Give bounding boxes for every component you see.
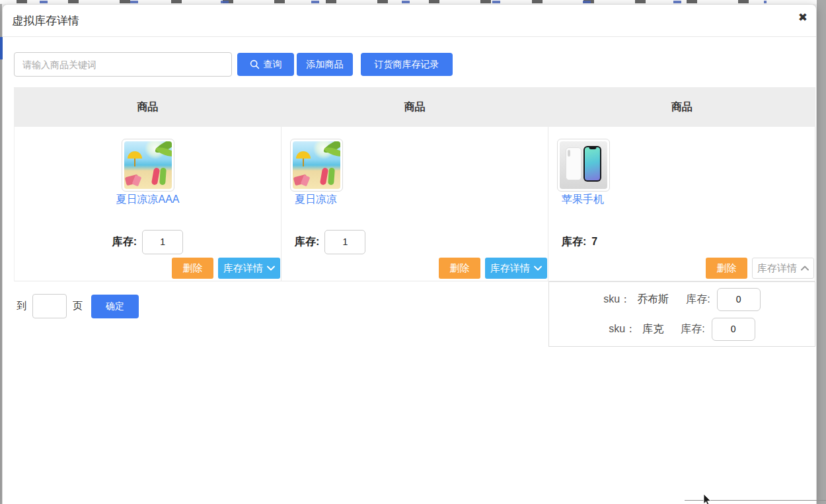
sku-row: sku： 乔布斯 库存: [603, 288, 760, 311]
stock-label: 库存: [562, 235, 586, 249]
stock-input[interactable] [324, 230, 365, 254]
search-input[interactable] [14, 52, 232, 77]
column-header-product-3: 商品 [548, 87, 815, 127]
goto-page-suffix: 页 [73, 300, 83, 312]
close-icon[interactable]: ✖ [798, 12, 807, 23]
stock-detail-button[interactable]: 库存详情 [218, 258, 280, 279]
beach-product-thumbnail [124, 141, 172, 189]
delete-button[interactable]: 删除 [706, 258, 747, 279]
stock-value: 7 [591, 236, 597, 248]
sku-stock-label: 库存: [686, 293, 710, 306]
column-header-product-2: 商品 [281, 87, 548, 127]
product-image[interactable] [557, 139, 610, 192]
virtual-stock-modal: 虚拟库存详情 ✖ 查询 添加商品 订货商库存记录 商品 商品 商品 [2, 4, 817, 504]
sku-label: sku： [609, 322, 636, 336]
page-background: 虚拟库存详情 ✖ 查询 添加商品 订货商库存记录 商品 商品 商品 [0, 0, 826, 504]
add-product-label: 添加商品 [307, 59, 344, 71]
product-name-link[interactable]: 夏日凉凉 [295, 193, 337, 207]
table-row: 夏日凉凉AAA 库存: 删除 库存详情 [14, 127, 815, 281]
chevron-down-icon [534, 266, 542, 271]
background-text-fragments [40, 1, 767, 3]
sku-row: sku： 库克 库存: [609, 318, 755, 341]
query-button-label: 查询 [264, 59, 282, 71]
card-actions: 删除 库存详情 [706, 258, 814, 279]
stock-detail-button-expanded[interactable]: 库存详情 [752, 258, 814, 279]
sku-stock-label: 库存: [681, 322, 704, 336]
goto-page-prefix: 到 [17, 300, 26, 312]
stock-detail-label: 库存详情 [490, 262, 530, 275]
query-button[interactable]: 查询 [237, 53, 294, 76]
search-icon [250, 59, 260, 69]
mouse-cursor [703, 494, 712, 504]
modal-header: 虚拟库存详情 ✖ [3, 5, 816, 37]
sku-stock-input[interactable] [712, 318, 755, 341]
page-number-input[interactable] [32, 294, 67, 318]
sku-stock-input[interactable] [717, 288, 761, 311]
product-name-link[interactable]: 苹果手机 [562, 193, 604, 207]
stock-input[interactable] [142, 230, 183, 254]
product-name-link[interactable]: 夏日凉凉AAA [15, 193, 281, 207]
table-header: 商品 商品 商品 [14, 87, 815, 127]
product-cell-2: 夏日凉凉 库存: 删除 库存详情 [282, 127, 548, 281]
product-image[interactable] [290, 139, 343, 192]
stock-row: 库存: [15, 229, 281, 254]
stock-label: 库存: [112, 235, 137, 249]
product-cell-3: 苹果手机 库存: 7 删除 库存详情 [548, 127, 815, 281]
background-left-accent [0, 37, 3, 59]
card-actions: 删除 库存详情 [439, 258, 547, 279]
product-image[interactable] [122, 139, 174, 192]
pagination: 到 页 确定 [17, 294, 139, 318]
stock-row: 库存: 7 [562, 229, 597, 254]
sku-label: sku： [603, 293, 630, 306]
stock-detail-label: 库存详情 [223, 262, 263, 275]
card-actions: 删除 库存详情 [172, 258, 280, 279]
product-cell-1: 夏日凉凉AAA 库存: 删除 库存详情 [15, 127, 282, 281]
stock-row: 库存: [295, 229, 365, 254]
chevron-up-icon [801, 266, 809, 271]
sku-name: 库克 [642, 322, 663, 336]
delete-button[interactable]: 删除 [172, 258, 213, 279]
stock-detail-label: 库存详情 [757, 262, 797, 275]
phone-product-thumbnail [560, 141, 607, 189]
sku-name: 乔布斯 [637, 293, 669, 306]
column-header-product-1: 商品 [14, 87, 281, 127]
stock-detail-button[interactable]: 库存详情 [485, 258, 547, 279]
confirm-button[interactable]: 确定 [91, 295, 139, 318]
supplier-stock-record-label: 订货商库存记录 [375, 59, 439, 71]
stock-label: 库存: [295, 235, 319, 249]
delete-button[interactable]: 删除 [439, 258, 480, 279]
add-product-button[interactable]: 添加商品 [297, 53, 353, 76]
beach-product-thumbnail [293, 141, 340, 189]
chevron-down-icon [267, 266, 275, 271]
supplier-stock-record-button[interactable]: 订货商库存记录 [361, 53, 453, 76]
background-right-edge [817, 0, 826, 504]
stock-detail-panel: sku： 乔布斯 库存: sku： 库克 库存: [548, 281, 815, 347]
modal-title: 虚拟库存详情 [12, 5, 79, 37]
